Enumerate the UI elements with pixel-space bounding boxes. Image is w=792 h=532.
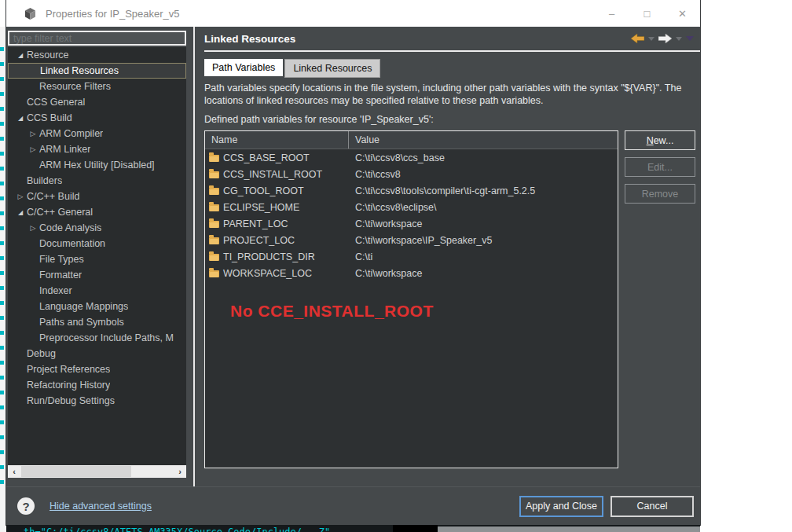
folder-icon: [209, 254, 219, 261]
tree-expanded-icon[interactable]: ◢: [14, 209, 27, 216]
sidebar-item-label: Run/Debug Settings: [27, 395, 115, 406]
page-title: Linked Resources: [204, 33, 295, 45]
tree-collapsed-icon[interactable]: ▷: [27, 130, 39, 138]
maximize-icon[interactable]: □: [629, 0, 665, 27]
table-row-ti-products-dir[interactable]: TI_PRODUCTS_DIRC:\ti: [205, 248, 618, 265]
sidebar-item-arm-linker[interactable]: ▷ARM Linker: [8, 141, 186, 157]
tab-path-variables[interactable]: Path Variables: [204, 59, 283, 76]
sidebar-item-arm-hex-utility-disabled[interactable]: ARM Hex Utility [Disabled]: [8, 157, 186, 173]
table-row-parent-loc[interactable]: PARENT_LOCC:\ti\workspace: [205, 215, 618, 232]
sidebar-item-paths-and-symbols[interactable]: Paths and Symbols: [8, 314, 186, 330]
table-row-eclipse-home[interactable]: ECLIPSE_HOMEC:\ti\ccsv8\eclipse\: [205, 199, 618, 215]
sidebar-item-label: ARM Hex Utility [Disabled]: [39, 160, 155, 171]
content-header: Linked Resources: [204, 27, 700, 52]
table-row-workspace-loc[interactable]: WORKSPACE_LOCC:\ti\workspace: [205, 265, 618, 281]
properties-dialog: Properties for IP_Speaker_v5 – □ ✕ ◢Reso…: [6, 0, 700, 525]
window-title: Properties for IP_Speaker_v5: [46, 8, 180, 20]
sidebar-item-label: C/C++ General: [27, 207, 93, 218]
sidebar-item-label: ARM Compiler: [39, 128, 103, 139]
settings-tree: ◢ResourceLinked ResourcesResource Filter…: [8, 47, 186, 465]
tree-collapsed-icon[interactable]: ▷: [27, 145, 39, 153]
background-strip-segment: [393, 525, 438, 532]
forward-icon[interactable]: [658, 34, 672, 43]
sidebar-item-refactoring-history[interactable]: Refactoring History: [8, 377, 186, 393]
new-button[interactable]: New...: [625, 130, 695, 150]
table-actions: New...Edit...Remove: [625, 130, 695, 468]
tree-expanded-icon[interactable]: ◢: [14, 115, 27, 122]
variable-value: C:\ti\workspace\IP_Speaker_v5: [349, 235, 618, 246]
sidebar-item-label: Refactoring History: [27, 380, 110, 391]
sidebar-item-c-c-general[interactable]: ◢C/C++ General: [8, 204, 186, 220]
sidebar-item-run-debug-settings[interactable]: Run/Debug Settings: [8, 393, 186, 409]
column-header-value: Value: [349, 134, 618, 145]
title-bar: Properties for IP_Speaker_v5 – □ ✕: [6, 0, 700, 27]
sidebar-item-documentation[interactable]: Documentation: [8, 236, 186, 251]
scrollbar-thumb[interactable]: [21, 466, 131, 477]
variable-value: C:\ti\workspace: [349, 268, 618, 279]
folder-icon: [209, 221, 219, 228]
back-icon[interactable]: [631, 34, 644, 43]
cancel-button[interactable]: Cancel: [610, 496, 694, 517]
sidebar-item-preprocessor-include-paths-m[interactable]: Preprocessor Include Paths, M: [8, 330, 186, 346]
tree-horizontal-scrollbar[interactable]: ‹ ›: [8, 465, 186, 478]
tab-linked-resources[interactable]: Linked Resources: [284, 59, 380, 78]
help-icon[interactable]: ?: [17, 497, 35, 515]
tree-collapsed-icon[interactable]: ▷: [27, 224, 39, 232]
variable-value: C:\ti: [349, 251, 618, 262]
folder-icon: [209, 155, 219, 162]
sidebar-item-code-analysis[interactable]: ▷Code Analysis: [8, 220, 186, 236]
variable-name: CCS_INSTALL_ROOT: [223, 169, 322, 180]
sidebar-item-language-mappings[interactable]: Language Mappings: [8, 299, 186, 314]
minimize-icon[interactable]: –: [594, 0, 629, 27]
background-editor-marks: [0, 27, 6, 532]
sidebar-item-file-types[interactable]: File Types: [8, 251, 186, 267]
table-header: Name Value: [205, 131, 618, 149]
variable-name: PROJECT_LOC: [223, 235, 295, 246]
sidebar-item-indexer[interactable]: Indexer: [8, 283, 186, 299]
filter-input[interactable]: [8, 31, 186, 46]
tree-expanded-icon[interactable]: ◢: [14, 52, 27, 59]
sidebar-item-arm-compiler[interactable]: ▷ARM Compiler: [8, 126, 186, 141]
sidebar-item-label: Builders: [27, 175, 62, 186]
sidebar-item-project-references[interactable]: Project References: [8, 361, 186, 377]
variable-name: ECLIPSE_HOME: [223, 202, 299, 213]
column-header-name: Name: [205, 131, 349, 149]
tree-collapsed-icon[interactable]: ▷: [14, 193, 27, 200]
sidebar-item-label: Linked Resources: [40, 65, 119, 76]
back-dropdown-icon[interactable]: [648, 37, 654, 41]
sidebar-item-label: C/C++ Build: [27, 191, 79, 202]
sidebar-item-builders[interactable]: Builders: [8, 173, 186, 189]
table-row-project-loc[interactable]: PROJECT_LOCC:\ti\workspace\IP_Speaker_v5: [205, 232, 618, 248]
annotation-text: No CCE_INSTALL_ROOT: [230, 302, 434, 321]
variable-name: CG_TOOL_ROOT: [223, 185, 304, 196]
hide-advanced-settings-link[interactable]: Hide advanced settings: [50, 501, 152, 512]
background-code-fragment: th="C:/ti/ccsv8/ATETS_AM335X/Source Code…: [24, 526, 330, 532]
sidebar-item-label: Resource Filters: [39, 81, 111, 92]
variable-value: C:\ti\ccsv8: [349, 169, 618, 180]
view-menu-icon[interactable]: [686, 36, 694, 41]
sidebar-item-label: Code Analysis: [39, 222, 101, 233]
scroll-left-icon[interactable]: ‹: [8, 465, 20, 478]
remove-button: Remove: [625, 184, 695, 204]
sidebar-item-formatter[interactable]: Formatter: [8, 267, 186, 283]
sidebar-item-resource[interactable]: ◢Resource: [8, 47, 186, 63]
sidebar-item-ccs-general[interactable]: CCS General: [8, 94, 186, 110]
sidebar-item-label: Paths and Symbols: [39, 317, 124, 328]
sidebar-item-linked-resources[interactable]: Linked Resources: [8, 63, 186, 79]
sidebar-item-label: Debug: [27, 348, 56, 359]
sidebar-item-resource-filters[interactable]: Resource Filters: [8, 79, 186, 94]
variable-name: PARENT_LOC: [223, 218, 288, 229]
description-text: Path variables specify locations in the …: [204, 82, 704, 107]
apply-and-close-button[interactable]: Apply and Close: [519, 496, 603, 517]
table-row-cg-tool-root[interactable]: CG_TOOL_ROOTC:\ti\ccsv8\tools\compiler\t…: [205, 182, 618, 199]
variable-name: WORKSPACE_LOC: [223, 268, 312, 279]
edit-button: Edit...: [625, 157, 695, 177]
close-icon[interactable]: ✕: [665, 0, 700, 27]
scroll-right-icon[interactable]: ›: [174, 465, 186, 478]
sidebar-item-c-c-build[interactable]: ▷C/C++ Build: [8, 189, 186, 204]
sidebar-item-ccs-build[interactable]: ◢CCS Build: [8, 110, 186, 126]
forward-dropdown-icon[interactable]: [676, 37, 682, 41]
table-row-ccs-base-root[interactable]: CCS_BASE_ROOTC:\ti\ccsv8\ccs_base: [205, 149, 618, 166]
sidebar-item-debug[interactable]: Debug: [8, 346, 186, 361]
table-row-ccs-install-root[interactable]: CCS_INSTALL_ROOTC:\ti\ccsv8: [205, 166, 618, 182]
